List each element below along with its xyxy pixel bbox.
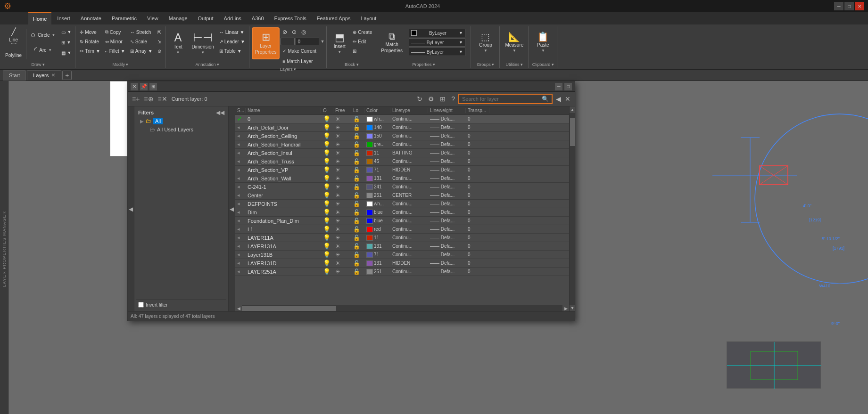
panel-pin-button[interactable]: 📌: [140, 83, 148, 90]
close-tab-icon[interactable]: ✕: [51, 73, 55, 78]
td-on[interactable]: 💡: [321, 209, 333, 216]
arc-button[interactable]: ◜ Arc ▼: [28, 42, 58, 57]
block-extra[interactable]: ⊞: [351, 46, 374, 56]
td-lock[interactable]: 🔓: [351, 158, 364, 165]
td-lock[interactable]: 🔓: [351, 260, 364, 267]
td-on[interactable]: 💡: [321, 200, 333, 207]
td-on[interactable]: 💡: [321, 243, 333, 250]
table-row[interactable]: ◂ DEFPOINTS 💡 ☀ 🔓 wh... Continu... —— De…: [235, 200, 569, 208]
td-freeze[interactable]: ☀: [333, 209, 351, 216]
circle-button[interactable]: ○ Circle ▼: [28, 27, 58, 42]
tab-layers[interactable]: Layers ✕: [27, 70, 61, 81]
scroll-right-button[interactable]: ▶: [562, 305, 569, 312]
td-freeze[interactable]: ☀: [333, 167, 351, 173]
measure-button[interactable]: 📐 Measure ▼: [503, 27, 526, 57]
table-row[interactable]: ◂ Arch_Section_Insul 💡 ☀ 🔓 11 BATTING ——…: [235, 149, 569, 157]
fillet-button[interactable]: ⌐ Fillet ▼: [103, 46, 127, 56]
table-row[interactable]: ◂ C-241-1 💡 ☀ 🔓 241 Continu... —— Defa..…: [235, 183, 569, 191]
tab-view[interactable]: View: [142, 12, 163, 24]
maximize-button[interactable]: □: [844, 2, 854, 10]
td-lock[interactable]: 🔓: [351, 235, 364, 241]
table-row[interactable]: ◂ LAYER131D 💡 ☀ 🔓 131 HIDDEN —— Defa... …: [235, 259, 569, 268]
th-freeze[interactable]: Free: [333, 108, 351, 113]
move-button[interactable]: ✛ Move: [78, 27, 102, 37]
td-freeze[interactable]: ☀: [333, 133, 351, 139]
rotate-button[interactable]: ↻ Rotate: [78, 37, 102, 46]
td-freeze[interactable]: ☀: [333, 158, 351, 165]
td-color[interactable]: wh...: [364, 201, 390, 207]
tab-layout[interactable]: Layout: [356, 12, 381, 24]
th-linetype[interactable]: Linetype: [390, 108, 428, 113]
td-lock[interactable]: 🔓: [351, 268, 364, 275]
td-on[interactable]: 💡: [321, 183, 333, 190]
tab-express[interactable]: Express Tools: [270, 12, 311, 24]
layer-number-input[interactable]: [296, 38, 319, 45]
vscroll-track[interactable]: [570, 113, 575, 305]
search-input[interactable]: [462, 96, 542, 102]
table-row[interactable]: ◂ Arch_Section_Ceiling 💡 ☀ 🔓 150 Continu…: [235, 132, 569, 140]
td-color[interactable]: 140: [364, 125, 390, 130]
table-row[interactable]: ◂ LAYER131A 💡 ☀ 🔓 131 Continu... —— Defa…: [235, 242, 569, 251]
th-on[interactable]: O: [321, 108, 333, 113]
lineweight-dropdown[interactable]: ——— ByLayer▼: [409, 48, 465, 56]
td-on[interactable]: 💡: [321, 234, 333, 241]
td-lock[interactable]: 🔓: [351, 192, 364, 199]
invert-filter-checkbox[interactable]: [138, 302, 144, 308]
trim-button[interactable]: ✂ Trim ▼: [78, 46, 102, 56]
td-lock[interactable]: 🔓: [351, 133, 364, 139]
th-transparency[interactable]: Transp...: [466, 108, 489, 113]
td-on[interactable]: 💡: [321, 141, 333, 148]
layer-icon-2[interactable]: ⊙: [290, 27, 298, 37]
make-current-button[interactable]: ✓ Make Current: [281, 46, 324, 56]
scroll-down-button[interactable]: ▼: [570, 305, 575, 311]
td-lock[interactable]: 🔓: [351, 141, 364, 148]
add-tab-button[interactable]: +: [62, 71, 72, 80]
stretch-button[interactable]: ↔ Stretch: [128, 27, 155, 37]
td-color[interactable]: 150: [364, 133, 390, 139]
tab-output[interactable]: Output: [193, 12, 218, 24]
td-color[interactable]: blue: [364, 218, 390, 224]
td-lock[interactable]: 🔓: [351, 150, 364, 156]
td-on[interactable]: 💡: [321, 132, 333, 139]
tab-featured[interactable]: Featured Apps: [312, 12, 355, 24]
close-button[interactable]: ✕: [855, 2, 864, 10]
td-freeze[interactable]: ☀: [333, 150, 351, 156]
td-color[interactable]: 241: [364, 184, 390, 190]
sidebar-collapse-left[interactable]: ◀: [128, 106, 134, 311]
table-row[interactable]: ◂ Center 💡 ☀ 🔓 251 CENTER —— Defa... 0: [235, 191, 569, 200]
layer-icon-1[interactable]: ⊘: [281, 27, 289, 37]
linetype-dropdown[interactable]: ——— ByLayer▼: [409, 38, 465, 47]
collapse-button[interactable]: ◀: [554, 95, 562, 103]
filter-item-used[interactable]: 🗁 All Used Layers: [136, 125, 226, 134]
td-on[interactable]: 💡: [321, 217, 333, 224]
tab-insert[interactable]: Insert: [52, 12, 75, 24]
search-box[interactable]: 🔍: [458, 94, 553, 104]
td-lock[interactable]: 🔓: [351, 201, 364, 207]
td-on[interactable]: 💡: [321, 251, 333, 258]
table-button[interactable]: ⊞ Table ▼: [217, 46, 247, 56]
line-button[interactable]: ╱ Line: [3, 27, 24, 42]
table-row[interactable]: ✓ 0 💡 ☀ 🔓 wh... Continu... —— Defa... 0: [235, 115, 569, 123]
color-dropdown[interactable]: ByLayer▼: [409, 29, 465, 37]
tab-manage[interactable]: Manage: [164, 12, 192, 24]
create-block-button[interactable]: ⊕ Create: [351, 27, 374, 37]
sidebar-collapse-right[interactable]: ◀: [229, 106, 235, 311]
extra-modify-3[interactable]: ⊘: [156, 46, 163, 56]
td-on[interactable]: 💡: [321, 166, 333, 173]
td-on[interactable]: 💡: [321, 226, 333, 233]
td-freeze[interactable]: ☀: [333, 243, 351, 250]
td-lock[interactable]: 🔓: [351, 243, 364, 250]
td-color[interactable]: 131: [364, 260, 390, 266]
table-row[interactable]: ◂ Dim 💡 ☀ 🔓 blue Continu... —— Defa... 0: [235, 208, 569, 217]
table-row[interactable]: ◂ LAYER11A 💡 ☀ 🔓 11 Continu... —— Defa..…: [235, 234, 569, 242]
td-lock[interactable]: 🔓: [351, 175, 364, 182]
match-properties-button[interactable]: ⧉ Match Properties: [379, 27, 405, 57]
group-button[interactable]: ⬚ Group ▼: [475, 27, 496, 57]
polyline-button[interactable]: ⌒ Polyline: [3, 42, 24, 57]
td-on[interactable]: 💡: [321, 192, 333, 199]
settings-button[interactable]: ⚙: [427, 95, 436, 103]
text-button[interactable]: A Text ▼: [168, 27, 189, 59]
td-color[interactable]: 251: [364, 269, 390, 275]
td-lock[interactable]: 🔓: [351, 252, 364, 258]
hatch-button[interactable]: ⊞ ▼: [59, 38, 73, 47]
